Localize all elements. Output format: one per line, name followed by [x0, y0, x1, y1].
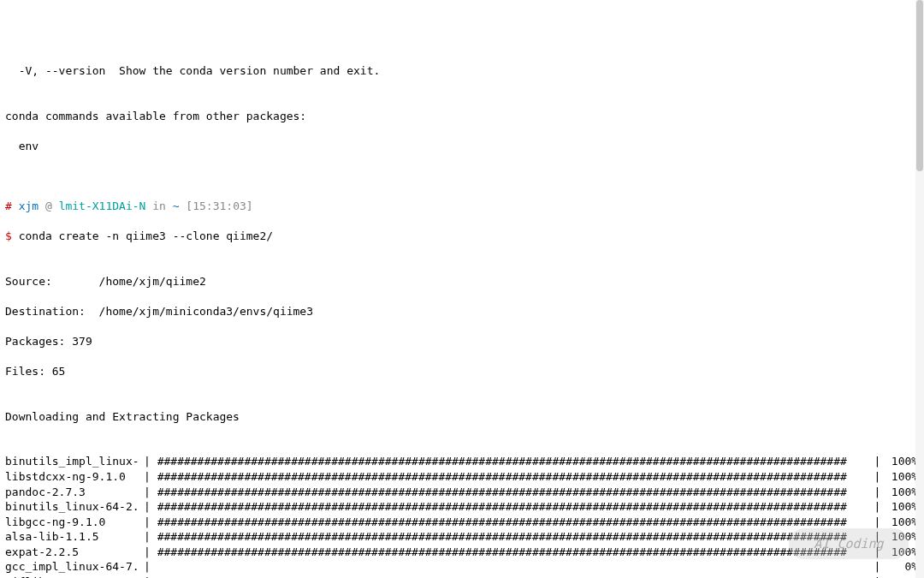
progress-percent: 100%: [887, 545, 918, 560]
package-progress-row: expat-2.2.5| ###########################…: [5, 545, 919, 560]
shell-prompt-line-1: # xjm @ lmit-X11DAi-N in ~ [15:31:03]: [5, 199, 919, 214]
progress-percent: 100%: [887, 529, 918, 545]
progress-separator: |: [868, 575, 887, 578]
progress-bar: ########################################…: [157, 575, 868, 578]
progress-percent: 100%: [887, 575, 918, 578]
progress-percent: 100%: [887, 499, 918, 515]
package-progress-row: pandoc-2.7.3| ##########################…: [5, 485, 919, 500]
prompt-path: ~: [173, 200, 180, 212]
prompt-time: [15:31:03]: [180, 200, 253, 212]
commands-avail-header: conda commands available from other pack…: [5, 109, 919, 124]
progress-bar: ########################################…: [157, 469, 868, 485]
prompt-in: in: [145, 200, 172, 212]
shell-prompt-line-2[interactable]: $ conda create -n qiime3 --clone qiime2/: [5, 229, 919, 244]
progress-separator: |: [144, 559, 157, 575]
progress-percent: 100%: [887, 469, 918, 485]
progress-separator: |: [868, 559, 887, 575]
progress-percent: 100%: [887, 485, 918, 500]
package-name: binutils_impl_linux-: [5, 454, 144, 469]
progress-separator: |: [144, 529, 157, 545]
package-name: alsa-lib-1.1.5: [5, 529, 144, 545]
package-progress-row: binutils_impl_linux-| ##################…: [5, 454, 919, 469]
progress-bar: [157, 559, 868, 575]
progress-percent: 100%: [887, 454, 918, 469]
progress-bar: ########################################…: [157, 529, 868, 545]
progress-separator: |: [144, 499, 157, 515]
progress-bar: ########################################…: [157, 454, 868, 469]
progress-separator: |: [144, 545, 157, 560]
download-section-header: Downloading and Extracting Packages: [5, 409, 919, 425]
progress-separator: |: [868, 454, 887, 469]
progress-separator: |: [868, 485, 887, 500]
progress-separator: |: [144, 454, 157, 469]
progress-separator: |: [868, 515, 887, 530]
package-progress-row: giflib-5.1.7| ##########################…: [5, 575, 919, 578]
output-destination: Destination: /home/xjm/miniconda3/envs/q…: [5, 304, 919, 319]
package-name: binutils_linux-64-2.: [5, 499, 144, 515]
progress-separator: |: [868, 469, 887, 485]
package-name: libstdcxx-ng-9.1.0: [5, 469, 144, 485]
output-files-count: Files: 65: [5, 364, 919, 379]
output-packages-count: Packages: 379: [5, 334, 919, 349]
help-option-line: -V, --version Show the conda version num…: [5, 63, 919, 79]
package-progress-row: libstdcxx-ng-9.1.0| ####################…: [5, 469, 919, 485]
package-progress-row: alsa-lib-1.1.5| ########################…: [5, 529, 919, 545]
scrollbar-track[interactable]: [915, 0, 924, 578]
package-name: gcc_impl_linux-64-7.: [5, 559, 144, 575]
progress-separator: |: [144, 485, 157, 500]
prompt-user: xjm: [19, 200, 38, 212]
prompt-hash: #: [5, 200, 12, 212]
package-progress-row: libgcc-ng-9.1.0| #######################…: [5, 515, 919, 530]
prompt-dollar: $: [5, 229, 12, 242]
progress-separator: |: [144, 469, 157, 485]
command-text: conda create -n qiime3 --clone qiime2/: [12, 229, 273, 242]
progress-separator: |: [144, 515, 157, 530]
progress-bar: ########################################…: [157, 499, 868, 515]
prompt-host: lmit-X11DAi-N: [59, 200, 146, 212]
progress-separator: |: [144, 575, 157, 578]
package-progress-row: binutils_linux-64-2.| ##################…: [5, 499, 919, 515]
package-name: expat-2.2.5: [5, 545, 144, 560]
progress-percent: 100%: [887, 515, 918, 530]
progress-bar: ########################################…: [157, 515, 868, 530]
package-progress-row: gcc_impl_linux-64-7.| | 0%: [5, 559, 919, 575]
package-progress-list: binutils_impl_linux-| ##################…: [5, 454, 919, 578]
package-name: libgcc-ng-9.1.0: [5, 515, 144, 530]
output-source: Source: /home/xjm/qiime2: [5, 274, 919, 289]
package-name: giflib-5.1.7: [5, 575, 144, 578]
package-name: pandoc-2.7.3: [5, 485, 144, 500]
prompt-at: @: [38, 200, 58, 212]
progress-separator: |: [868, 529, 887, 545]
progress-bar: ########################################…: [157, 545, 868, 560]
scrollbar-thumb[interactable]: [916, 0, 923, 171]
progress-separator: |: [868, 545, 887, 560]
progress-bar: ########################################…: [157, 485, 868, 500]
env-command-line: env: [5, 139, 919, 154]
progress-percent: 0%: [887, 559, 918, 575]
progress-separator: |: [868, 499, 887, 515]
